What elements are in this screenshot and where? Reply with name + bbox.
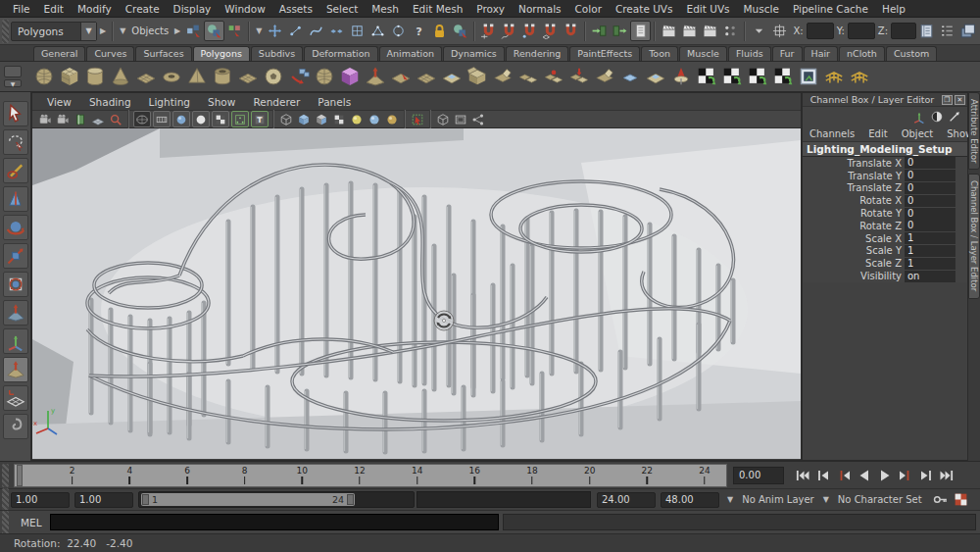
viewport-canvas[interactable]: x y xyxy=(32,128,801,459)
channel-value[interactable]: 0 xyxy=(905,170,956,181)
menu-modify[interactable]: Modify xyxy=(71,3,119,15)
side-tab-attribute-editor[interactable]: Attribute Editor xyxy=(968,92,980,170)
animation-end-field[interactable]: 48.00 xyxy=(661,492,719,508)
image-plane-icon[interactable] xyxy=(89,111,107,127)
shelf-tab-rendering[interactable]: Rendering xyxy=(506,46,569,61)
range-end-handle[interactable] xyxy=(347,494,354,505)
rotate-tool-icon[interactable] xyxy=(3,215,28,240)
shelf-tab-fluids[interactable]: Fluids xyxy=(728,46,771,61)
anim-layer-selector[interactable]: No Anim Layer xyxy=(736,494,820,505)
go-to-start-icon[interactable] xyxy=(792,466,812,485)
shelf-tab-fur[interactable]: Fur xyxy=(772,46,803,61)
shelf-tab-custom[interactable]: Custom xyxy=(886,46,937,61)
character-set-selector[interactable]: No Character Set xyxy=(832,494,928,505)
soft-modification-tool-icon[interactable] xyxy=(3,300,28,326)
time-slider-bar[interactable]: 24681012141618202224 xyxy=(14,464,727,487)
open-render-view-icon[interactable] xyxy=(659,21,679,41)
range-slider-drag-handle[interactable] xyxy=(2,488,9,512)
current-tool-icon[interactable] xyxy=(3,357,28,382)
select-by-component-icon[interactable] xyxy=(224,21,245,41)
command-line-drag-handle[interactable] xyxy=(2,511,9,534)
selected-object-name[interactable]: Lighting_Modeling_Setup xyxy=(803,142,967,157)
current-time-field[interactable]: 0.00 xyxy=(733,467,784,484)
z-coord-input[interactable] xyxy=(891,23,916,39)
sphere-primitive-icon[interactable] xyxy=(31,64,57,89)
points-mask-icon[interactable] xyxy=(285,21,306,41)
tool-history-icon[interactable] xyxy=(3,414,28,439)
share-node-icon[interactable] xyxy=(469,111,487,127)
shelf-tab-curves[interactable]: Curves xyxy=(86,46,134,61)
channel-value[interactable]: 0 xyxy=(905,220,956,231)
range-slider-track[interactable]: 1 24 xyxy=(138,491,415,508)
current-frame-indicator[interactable] xyxy=(17,465,23,486)
shelf-tab-subdivs[interactable]: Subdivs xyxy=(251,46,303,61)
viewport-menu-view[interactable]: View xyxy=(38,96,80,108)
grease-pencil-icon[interactable] xyxy=(434,111,452,127)
mesh-red-cursor-icon[interactable] xyxy=(388,64,414,89)
channel-box-menu-channels[interactable]: Channels xyxy=(803,128,861,139)
open-box-icon[interactable] xyxy=(465,64,490,89)
curves-mask-icon[interactable] xyxy=(306,21,326,41)
range-start-handle[interactable] xyxy=(142,494,149,505)
channel-value[interactable]: 0 xyxy=(905,195,956,207)
menu-window[interactable]: Window xyxy=(218,3,271,15)
isolate-select-icon[interactable] xyxy=(409,111,426,127)
command-input[interactable] xyxy=(50,514,499,530)
shelf-tab-animation[interactable]: Animation xyxy=(379,46,442,61)
play-backwards-icon[interactable] xyxy=(854,466,874,485)
select-tool-icon[interactable] xyxy=(3,101,28,126)
cone-primitive-icon[interactable] xyxy=(108,64,133,89)
select-by-object-icon[interactable] xyxy=(204,21,224,41)
mesh-plane-icon[interactable] xyxy=(414,64,439,89)
pipe-primitive-icon[interactable] xyxy=(210,64,235,89)
camera-attributes-icon[interactable] xyxy=(54,111,72,127)
highlight-display-icon[interactable] xyxy=(192,111,210,127)
side-tab-channel-box-layer-editor[interactable]: Channel Box / Layer Editor xyxy=(968,174,980,298)
channel-value[interactable]: 0 xyxy=(905,208,956,220)
vertex-display-icon[interactable] xyxy=(231,111,249,127)
menu-create[interactable]: Create xyxy=(119,3,167,15)
menu-create-uvs[interactable]: Create UVs xyxy=(609,3,680,15)
snap-to-points-icon[interactable] xyxy=(519,21,540,41)
use-all-lights-icon[interactable] xyxy=(330,111,348,127)
menu-pipeline-cache[interactable]: Pipeline Cache xyxy=(786,3,875,15)
box-red-arrow-icon[interactable] xyxy=(566,64,592,89)
shaded-display-icon[interactable] xyxy=(172,111,190,127)
play-forwards-icon[interactable] xyxy=(874,466,895,485)
menu-set-arrow-icon[interactable]: ▼ xyxy=(80,23,96,40)
input-connections-icon[interactable] xyxy=(589,21,610,41)
select-by-hierarchy-icon[interactable] xyxy=(183,21,204,41)
shaded-sphere-icon[interactable] xyxy=(366,111,383,127)
channel-value[interactable]: 1 xyxy=(905,258,956,270)
menu-set-selector[interactable]: Polygons ▼ xyxy=(11,22,97,41)
sphere-pair-icon[interactable] xyxy=(312,64,337,89)
range-slider-handle-bar[interactable]: 1 24 xyxy=(141,493,355,506)
deformations-mask-icon[interactable] xyxy=(347,21,368,41)
checker-display-icon[interactable] xyxy=(212,111,229,127)
render-current-frame-icon[interactable] xyxy=(679,21,700,41)
menu-color[interactable]: Color xyxy=(568,3,609,15)
viewport-menu-lighting[interactable]: Lighting xyxy=(140,96,199,108)
surfaces-mask-icon[interactable] xyxy=(326,21,347,41)
shelf-tab-general[interactable]: General xyxy=(33,46,85,61)
checker-green-arrow-1-icon[interactable] xyxy=(694,64,719,89)
field-menu-icon[interactable] xyxy=(749,21,769,41)
scale-tool-icon[interactable] xyxy=(3,243,28,269)
default-material-icon[interactable] xyxy=(277,111,295,127)
gold-lattice-2-icon[interactable] xyxy=(847,64,872,89)
checker-green-arrow-3-icon[interactable] xyxy=(745,64,770,89)
manipulator-axis-icon[interactable] xyxy=(910,108,928,125)
menu-mesh[interactable]: Mesh xyxy=(365,3,406,15)
textured-cube-icon[interactable] xyxy=(313,111,330,127)
collapse-arrow-icon[interactable]: ▶ xyxy=(172,26,183,35)
menu-edit[interactable]: Edit xyxy=(37,3,71,15)
channel-value[interactable]: 0 xyxy=(905,157,956,169)
make-live-icon[interactable] xyxy=(561,21,581,41)
bookmark-icon[interactable] xyxy=(72,111,89,127)
render-settings-icon[interactable] xyxy=(720,21,741,41)
close-icon[interactable]: ✕ xyxy=(955,95,965,105)
channel-value[interactable]: on xyxy=(905,271,956,282)
texture-display-icon[interactable] xyxy=(251,111,269,127)
ipr-render-icon[interactable] xyxy=(700,21,720,41)
menu-proxy[interactable]: Proxy xyxy=(469,3,512,15)
